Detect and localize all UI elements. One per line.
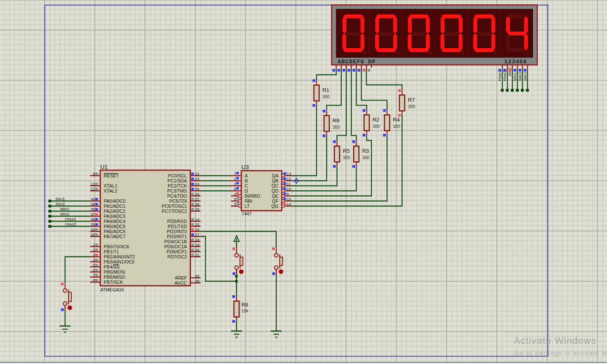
svg-text:AVCC: AVCC: [174, 280, 187, 285]
svg-text:25: 25: [195, 187, 199, 191]
svg-text:PD0/RXD: PD0/RXD: [167, 219, 187, 224]
svg-text:PA1/ADC1: PA1/ADC1: [104, 204, 125, 209]
svg-text:4: 4: [93, 258, 95, 262]
svg-text:20: 20: [195, 248, 199, 252]
svg-text:A: A: [245, 173, 248, 178]
svg-text:PB4/SS: PB4/SS: [104, 264, 120, 269]
svg-text:17: 17: [195, 233, 199, 237]
svg-text:R1: R1: [322, 87, 329, 93]
svg-text:1: 1: [93, 243, 95, 247]
svg-text:RBI: RBI: [245, 198, 252, 204]
svg-text:37: 37: [90, 212, 95, 217]
svg-text:6: 6: [234, 187, 236, 191]
svg-text:32: 32: [195, 274, 199, 278]
svg-text:9: 9: [93, 172, 95, 176]
svg-text:Hour1: Hour1: [497, 70, 502, 81]
svg-text:PC6/TOSC1: PC6/TOSC1: [162, 204, 187, 209]
svg-text:16: 16: [195, 228, 199, 232]
svg-text:PB1/T1: PB1/T1: [104, 249, 119, 254]
svg-text:PA7/ADC7: PA7/ADC7: [104, 234, 125, 239]
svg-text:18: 18: [195, 238, 199, 242]
svg-text:PC3/TMS: PC3/TMS: [167, 188, 187, 193]
svg-text:QF: QF: [272, 198, 278, 204]
svg-text:PD7/OC2: PD7/OC2: [167, 254, 187, 259]
svg-text:ATMEGA16: ATMEGA16: [101, 287, 124, 292]
svg-text:PD1/TXD: PD1/TXD: [168, 224, 187, 229]
svg-text:R6: R6: [332, 118, 339, 124]
svg-text:Min2: Min2: [60, 212, 69, 216]
svg-text:19: 19: [195, 243, 199, 247]
svg-text:PC5/TDI: PC5/TDI: [169, 198, 187, 204]
svg-text:C: C: [245, 183, 248, 188]
svg-text:36: 36: [90, 217, 95, 222]
svg-text:2: 2: [93, 248, 95, 252]
svg-text:D: D: [245, 188, 248, 193]
svg-text:QA: QA: [272, 173, 278, 178]
svg-text:QE: QE: [272, 193, 278, 198]
svg-text:Sec1: Sec1: [56, 196, 65, 201]
svg-text:39: 39: [90, 202, 95, 206]
svg-text:Go to Settings to activate W: Go to Settings to activate W: [514, 349, 607, 356]
svg-text:PA4/ADC4: PA4/ADC4: [104, 219, 125, 224]
svg-text:PA3/ADC3: PA3/ADC3: [104, 214, 125, 219]
svg-text:U3: U3: [242, 164, 249, 171]
svg-text:PD4/OC1B: PD4/OC1B: [164, 239, 187, 244]
svg-text:PC4/TDO: PC4/TDO: [167, 193, 187, 198]
svg-text:RESET: RESET: [104, 173, 119, 178]
svg-text:6: 6: [93, 268, 95, 272]
svg-text:B: B: [245, 178, 248, 183]
svg-text:Sec1: Sec1: [523, 72, 527, 81]
svg-text:300: 300: [322, 95, 329, 99]
svg-text:PA5/ADC5: PA5/ADC5: [104, 224, 125, 229]
svg-text:12: 12: [287, 177, 291, 181]
svg-text:XTAL1: XTAL1: [104, 183, 117, 188]
svg-text:PA6/ADC6: PA6/ADC6: [104, 229, 125, 234]
svg-text:ABCDEFG DP: ABCDEFG DP: [338, 59, 376, 65]
svg-text:300: 300: [373, 124, 380, 129]
svg-text:14: 14: [287, 202, 291, 206]
svg-text:30: 30: [195, 279, 199, 283]
svg-text:3: 3: [93, 253, 95, 257]
svg-text:5: 5: [234, 197, 236, 201]
svg-text:24: 24: [195, 182, 199, 186]
svg-text:PC0/SCL: PC0/SCL: [168, 173, 187, 178]
svg-text:Min2: Min2: [507, 67, 512, 76]
svg-text:PC1/SDA: PC1/SDA: [167, 178, 187, 183]
svg-text:15: 15: [287, 197, 291, 201]
svg-text:300: 300: [408, 104, 415, 109]
svg-text:7447: 7447: [242, 211, 252, 216]
svg-text:QB: QB: [272, 178, 278, 183]
svg-text:PB3/AIN1/OC0: PB3/AIN1/OC0: [104, 259, 135, 264]
svg-text:13: 13: [287, 172, 291, 176]
svg-text:4: 4: [234, 192, 236, 196]
svg-text:PB0/T0/XCK: PB0/T0/XCK: [104, 244, 130, 249]
svg-text:Activate Windows: Activate Windows: [514, 335, 596, 346]
svg-text:Sec2: Sec2: [56, 201, 65, 206]
svg-text:U1: U1: [101, 164, 108, 170]
svg-text:12: 12: [90, 187, 95, 191]
svg-text:7: 7: [234, 172, 236, 176]
svg-text:PA0/ADC0: PA0/ADC0: [104, 198, 125, 204]
svg-text:8: 8: [93, 278, 95, 283]
svg-text:38: 38: [90, 207, 95, 212]
svg-text:300: 300: [393, 124, 400, 129]
svg-text:11: 11: [287, 182, 291, 186]
svg-text:300: 300: [362, 155, 370, 160]
svg-text:PB6/MISO: PB6/MISO: [104, 274, 125, 280]
svg-text:3: 3: [234, 202, 236, 206]
svg-text:Hour2: Hour2: [65, 222, 76, 226]
svg-text:QC: QC: [272, 183, 278, 188]
svg-text:10: 10: [287, 187, 291, 191]
svg-text:Sec2: Sec2: [517, 72, 522, 81]
svg-text:22: 22: [195, 172, 199, 176]
svg-text:QD: QD: [272, 188, 278, 193]
svg-text:PA2/ADC2: PA2/ADC2: [104, 209, 125, 214]
svg-text:PD6/ICP1: PD6/ICP1: [166, 249, 187, 254]
svg-text:PB7/SCK: PB7/SCK: [104, 280, 123, 285]
svg-text:QG: QG: [271, 204, 278, 209]
svg-text:R4: R4: [393, 117, 400, 123]
svg-text:1: 1: [234, 177, 236, 181]
svg-text:PD2/INT0: PD2/INT0: [167, 229, 187, 234]
svg-text:14: 14: [195, 217, 199, 222]
svg-text:2: 2: [234, 182, 236, 186]
